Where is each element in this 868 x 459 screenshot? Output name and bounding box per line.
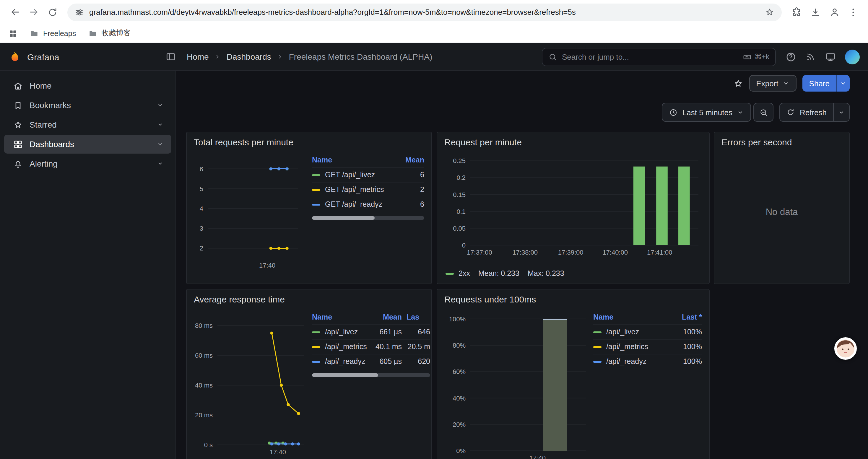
table-row[interactable]: GET /api/_metrics 2 <box>312 182 424 197</box>
downloads-icon[interactable] <box>807 3 824 21</box>
legend-table: Name Mean GET /api/_livez 6 GET /api/_me… <box>312 148 424 276</box>
browser-profile-icon[interactable] <box>826 3 843 21</box>
table-row[interactable]: GET /api/_livez 6 <box>312 167 424 182</box>
menu-kebab-icon[interactable] <box>844 3 862 21</box>
user-avatar[interactable] <box>845 49 860 64</box>
bookmark-icon <box>13 100 23 110</box>
table-row[interactable]: /api/_livez 100% <box>593 324 702 339</box>
column-header-mean[interactable]: Mean <box>396 156 424 164</box>
column-header-name[interactable]: Name <box>312 156 396 164</box>
request-per-minute-chart[interactable]: 0.250.20.150.10.05017:37:0017:38:0017:39… <box>437 151 709 264</box>
table-scrollbar[interactable] <box>312 373 430 377</box>
table-row[interactable]: /api/_livez 661 µs 646 <box>312 324 430 339</box>
column-header-last[interactable]: Las <box>402 313 430 321</box>
floating-assistant-avatar[interactable] <box>834 337 857 360</box>
site-info-icon[interactable] <box>74 7 84 17</box>
sidebar-item-label: Alerting <box>30 159 58 168</box>
bookmark-folder-blogs[interactable]: 收藏博客 <box>88 28 131 38</box>
refresh-button[interactable]: Refresh <box>780 103 833 121</box>
svg-text:3: 3 <box>200 225 203 232</box>
help-icon[interactable] <box>785 51 797 62</box>
bookmark-folder-freeleaps[interactable]: Freeleaps <box>30 29 76 38</box>
legend-table: Name Last * /api/_livez 100% /api/_metri… <box>593 305 702 459</box>
sidebar-item-label: Dashboards <box>30 139 74 149</box>
under-100ms-chart[interactable]: 100%80%60%40%20%0%17:40 <box>444 308 593 459</box>
svg-text:60%: 60% <box>453 368 466 375</box>
chevron-down-icon[interactable] <box>156 101 164 109</box>
bell-icon <box>13 159 23 169</box>
apps-grid-icon[interactable] <box>8 29 18 38</box>
keyboard-icon <box>743 52 752 61</box>
share-button[interactable]: Share <box>803 75 850 92</box>
refresh-icon <box>787 108 795 117</box>
series-color-dash <box>312 203 320 205</box>
grafana-logo[interactable] <box>8 50 21 63</box>
table-row[interactable]: GET /api/_readyz 6 <box>312 197 424 211</box>
bookmark-label: 收藏博客 <box>101 28 131 38</box>
series-color-dash <box>312 189 320 191</box>
sidebar-item-bookmarks[interactable]: Bookmarks <box>4 96 172 114</box>
extensions-icon[interactable] <box>788 3 805 21</box>
panel-title[interactable]: Average response time <box>187 290 431 305</box>
bookmark-star-icon[interactable] <box>765 7 775 17</box>
share-dropdown-caret[interactable] <box>836 75 850 92</box>
table-row[interactable]: /api/_metrics 40.1 ms 20.5 m <box>312 339 430 354</box>
zoom-out-button[interactable] <box>754 103 774 122</box>
scrollbar-thumb[interactable] <box>312 216 375 220</box>
sidebar-item-home[interactable]: Home <box>4 76 172 95</box>
breadcrumb-dashboards[interactable]: Dashboards <box>226 52 271 61</box>
sidebar-toggle-icon[interactable] <box>165 52 176 62</box>
time-controls: Last 5 minutes Refresh <box>662 103 850 122</box>
favorite-star-icon[interactable] <box>733 78 743 88</box>
sidebar-item-label: Starred <box>30 120 57 129</box>
svg-text:17:40: 17:40 <box>529 454 546 459</box>
column-header-name[interactable]: Name <box>312 313 370 321</box>
sidebar-item-alerting[interactable]: Alerting <box>4 154 172 173</box>
svg-text:5: 5 <box>200 185 203 193</box>
news-rss-icon[interactable] <box>805 52 816 62</box>
svg-text:17:38:00: 17:38:00 <box>512 249 538 256</box>
table-row[interactable]: /api/_metrics 100% <box>593 339 702 354</box>
search-input[interactable] <box>562 52 738 61</box>
column-header-name[interactable]: Name <box>593 313 671 321</box>
average-response-chart[interactable]: 80 ms60 ms40 ms20 ms0 s17:40 <box>194 308 312 459</box>
table-scrollbar[interactable] <box>312 216 424 220</box>
line-chart-svg: 6543217:40 <box>194 151 312 276</box>
assistant-face <box>836 338 856 359</box>
panel-title[interactable]: Requests under 100ms <box>437 290 709 305</box>
sidebar-item-dashboards[interactable]: Dashboards <box>4 135 172 154</box>
series-color-dash <box>312 346 320 348</box>
series-color-dash <box>312 331 320 333</box>
chevron-down-icon[interactable] <box>156 140 164 148</box>
sidebar-item-starred[interactable]: Starred <box>4 115 172 134</box>
export-button[interactable]: Export <box>749 75 797 92</box>
legend-series-name[interactable]: 2xx <box>459 269 470 277</box>
zoom-out-icon <box>759 108 768 117</box>
breadcrumb-home[interactable]: Home <box>187 52 209 61</box>
breadcrumb-current: Freeleaps Metrics Dashboard (ALPHA) <box>289 52 433 61</box>
panel-request-per-minute: Request per minute 0.250.20.150.10.05017… <box>437 132 710 284</box>
time-range-picker[interactable]: Last 5 minutes <box>662 103 751 122</box>
svg-text:40%: 40% <box>453 395 466 402</box>
chevron-down-icon[interactable] <box>156 160 164 168</box>
reload-icon[interactable] <box>44 3 61 21</box>
column-header-mean[interactable]: Mean <box>370 313 402 321</box>
chevron-down-icon[interactable] <box>156 121 164 129</box>
monitor-icon[interactable] <box>825 51 836 62</box>
table-row[interactable]: /api/_readyz 605 µs 620 <box>312 354 430 369</box>
refresh-interval-caret[interactable] <box>833 103 849 121</box>
back-icon[interactable] <box>6 3 24 21</box>
forward-icon[interactable] <box>25 3 42 21</box>
panel-title[interactable]: Request per minute <box>437 132 709 148</box>
svg-text:0.05: 0.05 <box>453 225 466 232</box>
address-bar[interactable]: grafana.mathmast.com/d/deytv4rwavabkb/fr… <box>67 3 782 21</box>
total-requests-chart[interactable]: 6543217:40 <box>194 151 312 276</box>
scrollbar-thumb[interactable] <box>312 373 378 377</box>
panel-title[interactable]: Total requests per minute <box>187 132 431 148</box>
search-box[interactable]: ⌘+k <box>542 47 776 66</box>
svg-text:17:40: 17:40 <box>270 448 286 456</box>
table-row[interactable]: /api/_readyz 100% <box>593 354 702 369</box>
column-header-last[interactable]: Last * <box>671 313 702 321</box>
svg-text:40 ms: 40 ms <box>195 382 213 389</box>
chevron-right-icon <box>276 53 284 61</box>
